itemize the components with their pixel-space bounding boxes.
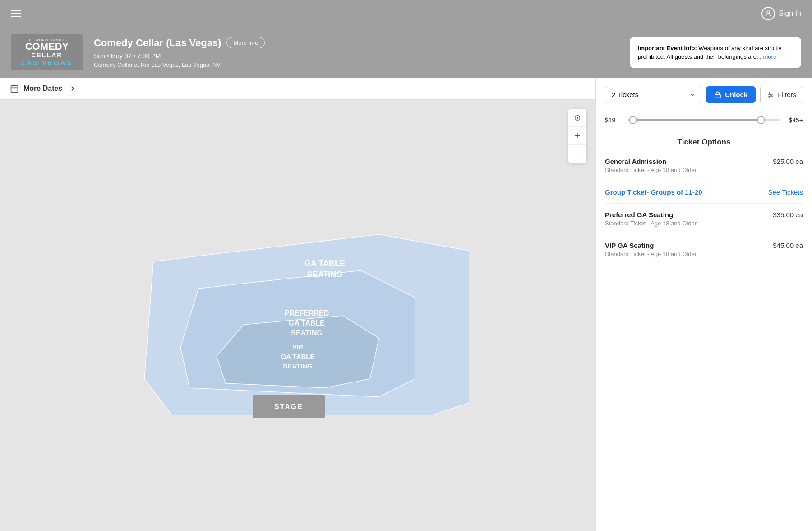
slider-thumb-right[interactable]: [757, 116, 765, 124]
svg-rect-7: [715, 94, 720, 98]
main-layout: More Dates + − GA TAB: [0, 78, 812, 531]
ticket-option-vip[interactable]: VIP GA Seating Standard Ticket - Age 18 …: [605, 234, 803, 265]
unlock-button[interactable]: Unlock: [706, 86, 756, 103]
slider-thumb-left[interactable]: [629, 116, 637, 124]
vip-label-1: VIP: [292, 343, 303, 351]
zoom-reset-button[interactable]: [568, 109, 586, 127]
event-date: Sun • May 07 • 7:00 PM: [94, 52, 619, 60]
notice-heading: Important Event Info:: [638, 45, 697, 51]
option-ga-desc: Standard Ticket - Age 18 and Older: [605, 167, 697, 173]
option-preferred-info: Preferred GA Seating Standard Ticket - A…: [605, 211, 697, 227]
price-slider-track[interactable]: [627, 119, 780, 121]
ga-table-label: GA TABLE: [304, 259, 345, 268]
logo-cellar: CELLAR: [32, 51, 63, 59]
price-range-row: $19 $45+: [596, 110, 812, 130]
preferred-label-2: GA TABLE: [289, 319, 325, 327]
notice-more-link[interactable]: more: [763, 53, 777, 60]
svg-point-0: [767, 11, 770, 14]
option-ga-price: $25.00 ea: [773, 158, 803, 165]
filters-button[interactable]: Filters: [760, 86, 803, 103]
map-area: More Dates + − GA TAB: [0, 78, 595, 531]
filters-icon: [767, 91, 774, 98]
preferred-label-1: PREFERRED: [285, 309, 329, 317]
filters-label: Filters: [778, 91, 796, 98]
event-venue: Comedy Cellar at Rio Las Vegas, Las Vega…: [94, 61, 619, 68]
more-info-button[interactable]: More Info: [226, 37, 265, 48]
svg-point-13: [769, 96, 770, 97]
option-ga-info: General Admission Standard Ticket - Age …: [605, 158, 697, 173]
option-group-name[interactable]: Group Ticket- Groups of 11-20: [605, 188, 702, 196]
user-icon: [761, 7, 775, 20]
sign-in-label: Sign In: [779, 9, 801, 18]
unlock-label: Unlock: [725, 91, 747, 98]
option-vip-price: $45.00 ea: [773, 242, 803, 249]
map-controls: + −: [568, 109, 586, 163]
logo-lasvegas: LAS VEGAS: [21, 59, 73, 66]
vip-label-2: GA TABLE: [281, 353, 315, 360]
event-header: THE WORLD FAMOUS COMEDY CELLAR LAS VEGAS…: [0, 27, 812, 78]
more-dates-bar[interactable]: More Dates: [0, 78, 595, 100]
seating-chart-svg: GA TABLE SEATING PREFERRED GA TABLE SEAT…: [126, 207, 469, 433]
stage-label: STAGE: [274, 403, 303, 410]
hamburger-line-1: [11, 10, 21, 11]
ticket-options-panel: Ticket Options General Admission Standar…: [596, 130, 812, 531]
sign-in-button[interactable]: Sign In: [761, 7, 801, 20]
option-group-price[interactable]: See Tickets: [768, 188, 803, 196]
option-vip-name: VIP GA Seating: [605, 242, 697, 249]
svg-point-12: [771, 94, 772, 95]
vip-label-3: SEATING: [283, 362, 313, 370]
ticket-count-select[interactable]: 1 Ticket 2 Tickets 3 Tickets 4 Tickets 5…: [605, 86, 701, 103]
svg-point-6: [577, 117, 578, 118]
option-ga-name: General Admission: [605, 158, 697, 165]
ticket-select-wrapper: 1 Ticket 2 Tickets 3 Tickets 4 Tickets 5…: [605, 86, 701, 103]
ga-table-label-2: SEATING: [307, 270, 343, 279]
ticket-option-group[interactable]: Group Ticket- Groups of 11-20 See Ticket…: [605, 181, 803, 204]
zoom-out-button[interactable]: −: [568, 145, 586, 163]
ticket-option-ga[interactable]: General Admission Standard Ticket - Age …: [605, 150, 803, 181]
svg-rect-1: [11, 85, 18, 92]
price-max-label: $45+: [785, 116, 803, 124]
hamburger-line-3: [11, 16, 21, 17]
controls-row: 1 Ticket 2 Tickets 3 Tickets 4 Tickets 5…: [605, 86, 803, 103]
option-group-info: Group Ticket- Groups of 11-20: [605, 188, 702, 196]
top-navbar: Sign In: [0, 0, 812, 27]
calendar-icon: [10, 84, 19, 93]
logo-comedy: COMEDY: [25, 42, 69, 51]
event-info: Comedy Cellar (Las Vegas) More Info Sun …: [94, 37, 619, 68]
ticket-option-preferred[interactable]: Preferred GA Seating Standard Ticket - A…: [605, 204, 803, 234]
option-vip-info: VIP GA Seating Standard Ticket - Age 18 …: [605, 242, 697, 257]
price-min-label: $19: [605, 116, 621, 124]
event-title-row: Comedy Cellar (Las Vegas) More Info: [94, 37, 619, 49]
option-preferred-name: Preferred GA Seating: [605, 211, 697, 219]
event-title: Comedy Cellar (Las Vegas): [94, 37, 221, 49]
svg-point-11: [769, 92, 770, 93]
zoom-in-button[interactable]: +: [568, 127, 586, 145]
lock-icon: [714, 91, 721, 98]
event-notice: Important Event Info: Weapons of any kin…: [630, 37, 801, 68]
price-slider-fill: [634, 119, 764, 121]
option-vip-desc: Standard Ticket - Age 18 and Older: [605, 251, 697, 257]
ticket-controls: 1 Ticket 2 Tickets 3 Tickets 4 Tickets 5…: [596, 78, 812, 110]
right-panel: 1 Ticket 2 Tickets 3 Tickets 4 Tickets 5…: [595, 78, 812, 531]
preferred-label-3: SEATING: [291, 329, 323, 337]
venue-logo: THE WORLD FAMOUS COMEDY CELLAR LAS VEGAS: [11, 34, 83, 70]
seating-map: + − GA TABLE SEATING PREFERRED GA TABLE …: [0, 100, 595, 531]
ticket-options-title: Ticket Options: [605, 130, 803, 150]
hamburger-line-2: [11, 13, 21, 14]
hamburger-menu[interactable]: [11, 10, 21, 17]
option-preferred-desc: Standard Ticket - Age 18 and Older: [605, 220, 697, 227]
more-dates-label: More Dates: [23, 84, 62, 93]
chevron-right-icon: [69, 84, 77, 93]
option-preferred-price: $35.00 ea: [773, 211, 803, 219]
